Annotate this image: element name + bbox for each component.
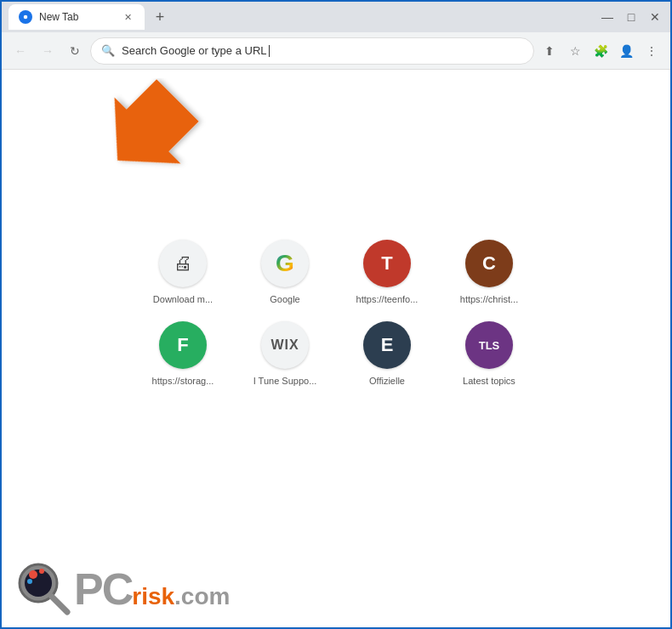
address-text: Search Google or type a URL <box>122 44 523 58</box>
nav-right-icons: ⬆ ☆ 🧩 👤 ⋮ <box>538 39 663 63</box>
shortcut-icon-teen: T <box>363 240 411 287</box>
forward-icon: → <box>42 44 54 58</box>
shortcut-icon-google: G <box>261 240 309 287</box>
svg-point-7 <box>27 579 32 584</box>
download-arrow-icon <box>95 78 206 189</box>
refresh-icon: ↻ <box>70 44 80 58</box>
shortcut-icon-storage: F <box>159 321 207 369</box>
shortcuts-grid: 🖨 Download m... G Google T https://teenf… <box>140 240 532 386</box>
pcrisk-text: PC risk .com <box>74 564 230 615</box>
shortcut-latest-topics[interactable]: TLS Latest topics <box>447 321 532 386</box>
pcrisk-magnifier-icon <box>14 559 74 619</box>
shortcut-wix[interactable]: WIX I Tune Suppo... <box>242 321 327 386</box>
shortcut-google[interactable]: G Google <box>242 240 327 304</box>
shortcut-label-latest-topics: Latest topics <box>463 376 515 386</box>
shortcut-label-download: Download m... <box>153 294 213 304</box>
arrow-container <box>95 78 206 192</box>
shortcut-label-storage: https://storag... <box>152 376 214 386</box>
browser-tab[interactable]: New Tab ✕ <box>9 4 145 30</box>
tab-favicon <box>19 10 32 24</box>
com-text: .com <box>174 583 230 610</box>
shortcut-icon-offizielle: E <box>363 321 411 369</box>
new-tab-button[interactable]: + <box>148 5 172 29</box>
shortcut-offizielle[interactable]: E Offizielle <box>345 321 430 386</box>
shortcut-label-google: Google <box>270 294 299 304</box>
shortcut-storage[interactable]: F https://storag... <box>140 321 225 386</box>
tab-close-button[interactable]: ✕ <box>121 10 134 24</box>
shortcut-christ[interactable]: C https://christ... <box>447 240 532 304</box>
back-icon: ← <box>14 44 26 58</box>
refresh-button[interactable]: ↻ <box>63 39 87 63</box>
browser-window: New Tab ✕ + — □ ✕ ← → ↻ 🔍 Search Google … <box>0 0 672 629</box>
pcrisk-logo: PC risk .com <box>14 559 230 619</box>
back-button[interactable]: ← <box>9 39 32 63</box>
profile-icon[interactable]: 👤 <box>614 39 638 63</box>
svg-marker-2 <box>95 78 206 189</box>
address-bar[interactable]: 🔍 Search Google or type a URL <box>90 37 534 65</box>
shortcut-teen[interactable]: T https://teenfo... <box>345 240 430 304</box>
shortcut-icon-christ: C <box>465 240 513 287</box>
shortcut-label-teen: https://teenfo... <box>356 294 419 304</box>
close-button[interactable]: ✕ <box>646 10 663 24</box>
shortcut-download[interactable]: 🖨 Download m... <box>140 240 225 304</box>
svg-line-8 <box>52 597 67 612</box>
tab-title: New Tab <box>39 11 78 23</box>
pc-text: PC <box>74 564 132 615</box>
window-controls: — □ ✕ <box>599 10 663 24</box>
share-icon[interactable]: ⬆ <box>538 39 561 63</box>
menu-icon[interactable]: ⋮ <box>640 39 663 63</box>
shortcut-label-offizielle: Offizielle <box>369 376 405 386</box>
navigation-bar: ← → ↻ 🔍 Search Google or type a URL ⬆ ☆ … <box>2 32 670 70</box>
shortcut-label-christ: https://christ... <box>460 294 518 304</box>
shortcut-icon-download: 🖨 <box>159 240 207 287</box>
shortcut-label-wix: I Tune Suppo... <box>253 376 317 386</box>
page-content: 🖨 Download m... G Google T https://teenf… <box>2 70 670 627</box>
risk-text: risk <box>132 583 174 610</box>
search-icon: 🔍 <box>101 44 115 57</box>
title-bar: New Tab ✕ + — □ ✕ <box>2 2 670 32</box>
shortcut-icon-tls: TLS <box>465 321 513 369</box>
minimize-button[interactable]: — <box>599 10 616 24</box>
bookmark-icon[interactable]: ☆ <box>563 39 587 63</box>
svg-point-5 <box>29 570 37 579</box>
svg-point-1 <box>24 15 28 20</box>
shortcut-icon-wix: WIX <box>261 321 309 369</box>
svg-point-6 <box>39 569 44 574</box>
extensions-icon[interactable]: 🧩 <box>589 39 612 63</box>
maximize-button[interactable]: □ <box>623 10 640 24</box>
forward-button[interactable]: → <box>36 39 60 63</box>
